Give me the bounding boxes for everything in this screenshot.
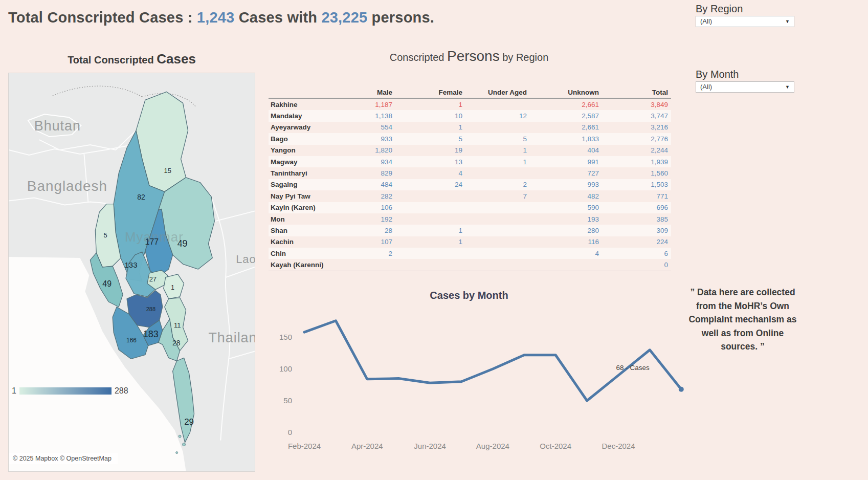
x-axis-tick: Apr-2024 [351,442,383,450]
table-cell: 482 [530,192,602,200]
table-row-kachin[interactable]: Kachin1071116224 [269,236,671,248]
cases-by-month-chart: 050100150Feb-2024Apr-2024Jun-2024Aug-202… [269,279,724,463]
table-cell: 1,560 [602,169,671,177]
table-row-tanintharyi[interactable]: Tanintharyi82947271,560 [269,167,671,179]
table-row-rakhine[interactable]: Rakhine1,18712,6613,849 [269,99,671,110]
table-cell: 24 [395,181,465,188]
table-row-sagaing[interactable]: Sagaing4842429931,503 [269,179,671,190]
table-cell: 1,939 [602,158,671,166]
table-row-kayin-karen-[interactable]: Kayin (Karen)106590696 [269,202,671,213]
table-cell: 106 [336,204,395,211]
map-region-value: 288 [146,306,155,312]
basemap-label-bangladesh: Bangladesh [27,178,107,194]
y-axis-tick: 50 [283,396,292,405]
region-name: Sagaing [269,181,336,188]
map-region-value: 49 [177,238,188,249]
title-suffix: persons. [367,9,434,26]
map-region-value: 49 [102,279,112,288]
table-cell: 282 [336,192,395,200]
table-row-yangon[interactable]: Yangon1,8201914042,244 [269,145,671,156]
choropleth-map-canvas: BhutanBangladeshThailandLaos Myanmar 158… [9,73,255,471]
map-region-value: 133 [125,260,138,269]
map-region-value: 28 [172,339,181,347]
x-axis-tick: Feb-2024 [288,442,321,450]
table-cell: 13 [395,158,465,166]
table-cell: 0 [602,261,671,269]
region-name: Tanintharyi [269,169,336,177]
map-region-value: 1 [171,284,174,291]
table-cell: 10 [395,112,465,120]
column-header-male: Male [336,89,395,96]
region-name: Chin [269,250,336,257]
region-name: Rakhine [269,101,336,108]
by-month-dropdown[interactable]: (All) ▼ [696,81,794,93]
map-region-value: 29 [184,417,194,427]
table-cell: 2,776 [602,135,671,143]
table-cell: 4 [395,169,465,177]
title-prefix: Total Conscripted Cases : [8,9,197,26]
table-cell: 107 [336,238,395,246]
table-cell: 1 [395,123,465,131]
table-cell: 554 [336,123,395,131]
table-cell: 192 [336,215,395,223]
by-region-dropdown[interactable]: (All) ▼ [696,16,794,27]
map-color-legend: 1 288 [12,386,128,396]
table-cell: 1 [395,238,465,246]
region-name: Shan [269,227,336,234]
map-region-value: 5 [104,231,107,239]
basemap-label-laos: Laos [236,253,255,266]
table-row-bago[interactable]: Bago933551,8332,776 [269,133,671,144]
table-row-mon[interactable]: Mon192193385 [269,213,671,225]
last-point-marker[interactable] [679,387,684,392]
table-cell: 2 [465,181,530,188]
table-row-shan[interactable]: Shan281280309 [269,225,671,236]
legend-gradient-bar [19,387,112,395]
region-name: Yangon [269,146,336,154]
region-name: Mandalay [269,112,336,120]
map-region-value: 177 [145,237,159,246]
table-cell: 829 [336,169,395,177]
table-cell: 28 [336,227,395,234]
basemap-label-bhutan: Bhutan [34,118,81,134]
table-row-ayeyarwady[interactable]: Ayeyarwady55412,6613,216 [269,122,671,133]
table-cell: 6 [602,250,671,257]
region-name: Kayin (Karen) [269,204,336,211]
x-axis-tick: Aug-2024 [476,442,509,450]
table-title-part3: by Region [500,52,549,63]
table-cell: 3,849 [602,101,671,108]
region-name: Kayah (Karenni) [269,261,336,269]
table-cell: 993 [530,181,602,188]
legend-min-label: 1 [12,386,16,396]
region-name: Ayeyarwady [269,123,336,131]
table-row-kayah-karenni-[interactable]: Kayah (Karenni)0 [269,259,671,270]
chevron-down-icon: ▼ [785,82,790,92]
map-title: Total Conscripted Cases [8,51,255,67]
table-cell: 1 [465,158,530,166]
table-cell: 991 [530,158,602,166]
region-name: Magway [269,158,336,166]
region-name: Nay Pyi Taw [269,192,336,200]
table-cell: 2,587 [530,112,602,120]
table-row-nay-pyi-taw[interactable]: Nay Pyi Taw2827482771 [269,190,671,202]
table-cell: 696 [602,204,671,211]
table-row-mandalay[interactable]: Mandalay1,13810122,5873,747 [269,110,671,121]
map-region-value: 82 [137,193,145,201]
table-cell: 484 [336,181,395,188]
cases-trend-line [304,321,681,401]
title-persons-count: 23,225 [321,9,367,26]
table-cell: 1,503 [602,181,671,188]
column-header-unknown: Unknown [530,89,602,96]
table-cell: 727 [530,169,602,177]
table-cell: 5 [465,135,530,143]
table-row-chin[interactable]: Chin246 [269,248,671,259]
table-row-magway[interactable]: Magway9341319911,939 [269,156,671,167]
table-cell: 1,138 [336,112,395,120]
table-cell: 2,244 [602,146,671,154]
table-cell: 2,661 [530,123,602,131]
map-attribution[interactable]: © 2025 Mapbox © OpenStreetMap [9,453,118,464]
table-title-part2: Persons [447,48,500,64]
region-name: Bago [269,135,336,143]
table-cell: 3,747 [602,112,671,120]
table-cell: 385 [602,215,671,223]
table-cell: 404 [530,146,602,154]
